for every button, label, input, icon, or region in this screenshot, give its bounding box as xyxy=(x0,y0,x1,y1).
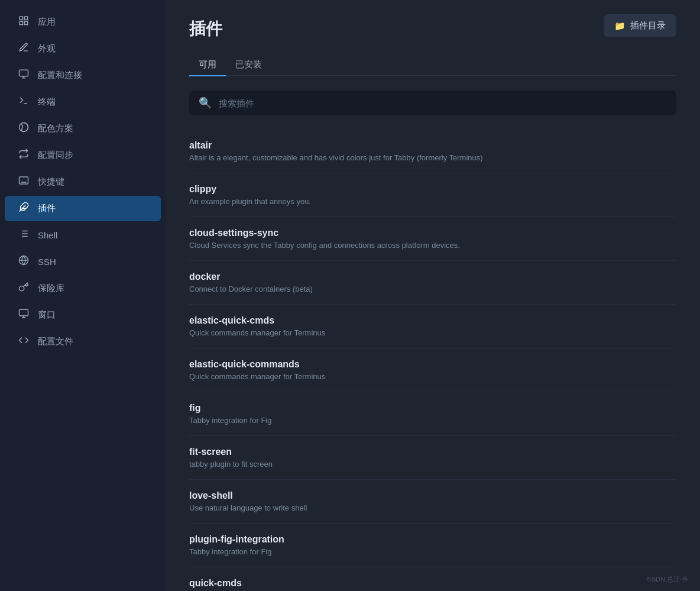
plugin-name: docker xyxy=(189,272,676,282)
list-item[interactable]: dockerConnect to Docker containers (beta… xyxy=(189,261,676,305)
plugin-description: Use natural language to write shell xyxy=(189,503,676,512)
shortcuts-icon xyxy=(17,175,31,189)
ssh-icon xyxy=(17,255,31,269)
sidebar-item-ssh[interactable]: SSH xyxy=(5,249,161,274)
list-item[interactable]: fit-screentabby plugin to fit screen xyxy=(189,436,676,480)
main-wrapper: 插件 可用已安装 🔍 altairAltair is a elegant, cu… xyxy=(166,0,700,591)
plugin-description: Tabby integration for Fig xyxy=(189,547,676,556)
svg-rect-2 xyxy=(20,22,22,25)
apps-icon xyxy=(17,15,31,29)
appearance-icon xyxy=(17,42,31,56)
sidebar-item-label-window: 窗口 xyxy=(38,309,56,321)
tab-installed[interactable]: 已安装 xyxy=(226,54,271,76)
plugin-description: An example plugin that annoys you. xyxy=(189,197,676,206)
sidebar-item-label-shortcuts: 快捷键 xyxy=(38,176,64,188)
sidebar-item-label-apps: 应用 xyxy=(38,17,56,28)
svg-rect-3 xyxy=(25,22,28,25)
sidebar: 应用外观配置和连接终端配色方案配置同步快捷键插件ShellSSH保险库窗口配置文… xyxy=(0,0,166,591)
sidebar-item-label-color-scheme: 配色方案 xyxy=(38,123,73,134)
plugin-name: fit-screen xyxy=(189,447,676,457)
sidebar-item-label-terminal: 终端 xyxy=(38,96,56,108)
sidebar-item-config-file[interactable]: 配置文件 xyxy=(5,329,161,354)
sidebar-item-config-connect[interactable]: 配置和连接 xyxy=(5,63,161,88)
terminal-icon xyxy=(17,95,31,109)
sidebar-item-terminal[interactable]: 终端 xyxy=(5,89,161,115)
sidebar-item-config-sync[interactable]: 配置同步 xyxy=(5,143,161,168)
main-content: 插件 可用已安装 🔍 altairAltair is a elegant, cu… xyxy=(166,0,700,591)
search-icon: 🔍 xyxy=(199,96,212,109)
sidebar-item-window[interactable]: 窗口 xyxy=(5,302,161,328)
sidebar-item-label-config-connect: 配置和连接 xyxy=(38,70,82,81)
plugin-name: plugin-fig-integration xyxy=(189,534,676,545)
svg-rect-1 xyxy=(25,17,28,20)
tab-available[interactable]: 可用 xyxy=(189,54,226,76)
svg-rect-18 xyxy=(20,309,28,316)
sidebar-item-label-config-file: 配置文件 xyxy=(38,336,73,347)
plugin-name: clippy xyxy=(189,184,676,195)
sidebar-item-label-vault: 保险库 xyxy=(38,283,64,294)
folder-icon: 📁 xyxy=(614,21,626,31)
vault-icon xyxy=(17,282,31,295)
svg-rect-0 xyxy=(20,17,22,20)
config-sync-icon xyxy=(17,148,31,162)
plugin-name: quick-cmds xyxy=(189,578,676,589)
plugin-description: Quick commands manager for Terminus xyxy=(189,372,676,381)
config-connect-icon xyxy=(17,69,31,82)
list-item[interactable]: figTabby integration for Fig xyxy=(189,392,676,436)
plugin-name: elastic-quick-commands xyxy=(189,359,676,370)
config-file-icon xyxy=(17,335,31,348)
plugin-description: Tabby integration for Fig xyxy=(189,416,676,425)
plugin-dir-label: 插件目录 xyxy=(630,20,666,31)
sidebar-item-label-config-sync: 配置同步 xyxy=(38,150,73,161)
plugin-list: altairAltair is a elegant, customizable … xyxy=(189,130,676,591)
list-item[interactable]: clippyAn example plugin that annoys you. xyxy=(189,173,676,217)
plugin-name: love-shell xyxy=(189,490,676,501)
plugin-description: tabby plugin to fit screen xyxy=(189,460,676,469)
sidebar-item-appearance[interactable]: 外观 xyxy=(5,36,161,62)
sidebar-item-apps[interactable]: 应用 xyxy=(5,9,161,35)
footer-text: ©SDN 总迁·件 xyxy=(647,576,688,583)
list-item[interactable]: quick-cmds xyxy=(189,567,676,591)
sidebar-item-label-ssh: SSH xyxy=(38,257,56,267)
plugin-name: cloud-settings-sync xyxy=(189,228,676,238)
plugin-description: Altair is a elegant, customizable and ha… xyxy=(189,153,676,162)
list-item[interactable]: elastic-quick-commandsQuick commands man… xyxy=(189,348,676,392)
plugin-name: fig xyxy=(189,403,676,414)
color-scheme-icon xyxy=(17,122,31,135)
plugin-description: Connect to Docker containers (beta) xyxy=(189,285,676,293)
plugin-name: altair xyxy=(189,140,676,151)
list-item[interactable]: plugin-fig-integrationTabby integration … xyxy=(189,524,676,567)
sidebar-item-label-shell: Shell xyxy=(38,230,57,240)
sidebar-item-label-appearance: 外观 xyxy=(38,43,56,54)
list-item[interactable]: elastic-quick-cmdsQuick commands manager… xyxy=(189,305,676,348)
plugin-dir-button[interactable]: 📁 插件目录 xyxy=(604,14,676,37)
search-container[interactable]: 🔍 xyxy=(189,91,676,115)
plugins-icon xyxy=(17,202,31,215)
plugin-name: elastic-quick-cmds xyxy=(189,315,676,326)
list-item[interactable]: altairAltair is a elegant, customizable … xyxy=(189,130,676,173)
window-icon xyxy=(17,308,31,322)
footer: ©SDN 总迁·件 xyxy=(647,575,688,584)
sidebar-item-vault[interactable]: 保险库 xyxy=(5,276,161,301)
svg-rect-4 xyxy=(20,70,28,76)
sidebar-item-shell[interactable]: Shell xyxy=(5,222,161,248)
sidebar-item-color-scheme[interactable]: 配色方案 xyxy=(5,116,161,141)
list-item[interactable]: love-shellUse natural language to write … xyxy=(189,480,676,524)
tabs-container: 可用已安装 xyxy=(189,54,676,76)
sidebar-item-label-plugins: 插件 xyxy=(38,203,56,214)
search-input[interactable] xyxy=(219,98,667,108)
plugin-description: Quick commands manager for Terminus xyxy=(189,328,676,337)
sidebar-item-plugins[interactable]: 插件 xyxy=(5,196,161,221)
sidebar-item-shortcuts[interactable]: 快捷键 xyxy=(5,169,161,195)
shell-icon xyxy=(17,228,31,242)
plugin-description: Cloud Services sync the Tabby config and… xyxy=(189,241,676,250)
list-item[interactable]: cloud-settings-syncCloud Services sync t… xyxy=(189,217,676,261)
